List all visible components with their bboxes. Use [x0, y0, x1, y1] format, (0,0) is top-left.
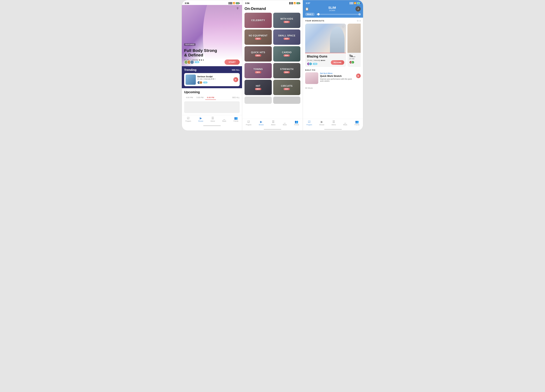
status-bar-1: 3:56 ▐▐▐ 📶 — [182, 0, 242, 5]
time-1: 3:56 — [185, 2, 189, 4]
trending-duration: 21 min — [197, 78, 203, 80]
resume-button[interactable]: RESUME — [331, 60, 344, 65]
trending-separator: | — [203, 78, 204, 80]
nav-advice-2[interactable]: ☰ Advice — [271, 120, 275, 125]
p-av2: E — [351, 61, 354, 64]
user-avatar[interactable]: J — [355, 6, 361, 12]
start-button[interactable]: START — [224, 60, 240, 65]
browse-icon-2: ▶ — [260, 120, 262, 124]
friends-icon-3: 👥 — [355, 120, 359, 124]
category-withkids[interactable]: WITH KIDS NEW — [273, 13, 300, 28]
category-quickhits[interactable]: QUICK HITS NEW — [245, 46, 272, 62]
trending-title: Trending — [184, 68, 196, 72]
nav-meals-2[interactable]: ⎯ Meals — [283, 120, 287, 125]
nav-friends-2[interactable]: 👥 Friends — [294, 120, 299, 125]
nav-browse-2[interactable]: ▶ Browse — [259, 120, 264, 125]
status-icons-1: ▐▐▐ 📶 — [228, 2, 239, 4]
blazing-guns-photo: ♡ — [305, 24, 346, 53]
nav-friends-1[interactable]: 👥 Friends — [233, 116, 238, 122]
category-circuits[interactable]: CIRCUITS NEW — [273, 80, 300, 95]
blazing-guns-duration: 13 min | Intensity — [307, 59, 325, 61]
on-demand-title: On-Demand — [245, 5, 300, 13]
nav-meals-1[interactable]: ⎯ Meals — [222, 117, 226, 122]
nav-advice-1[interactable]: ☰ Advice — [211, 116, 215, 122]
nav-meals-3[interactable]: ⎯ Meals — [343, 120, 347, 125]
trending-see-all[interactable]: SEE ALL — [232, 69, 240, 71]
status-bar-2: 3:56 ▐▐▐ 📶 — [242, 0, 303, 5]
category-extra-1 — [245, 97, 272, 104]
bottom-nav-3: ☑ Program ▶ Browse ☰ Advice ⎯ Meals 👥 Fr… — [303, 119, 363, 129]
workout-card-partial[interactable]: Ta... 14 min D E — [347, 24, 361, 67]
battery-icon-3 — [357, 2, 360, 4]
program-icon-3: ☑ — [308, 120, 310, 124]
nav-meals-label-2: Meals — [283, 124, 287, 125]
circuits-overlay: CIRCUITS NEW — [273, 80, 300, 95]
nav-browse-3[interactable]: ▶ Browse — [319, 120, 324, 125]
logo-text: SLIM — [328, 6, 336, 9]
nav-friends-label-2: Friends — [294, 124, 299, 125]
daily-fix-card[interactable]: Get Up & Move Quick Work Stretch Improve… — [305, 72, 361, 84]
trending-header: Trending SEE ALL — [184, 68, 240, 72]
progress-thumb — [317, 13, 320, 15]
nav-friends-label-1: Friends — [233, 120, 238, 122]
bg-d2 — [322, 60, 323, 61]
phone-program: 3:57 ▐▐▐ 📶 📋 SLIM DOWN J Week 1 — [303, 0, 363, 131]
program-header-top: 📋 SLIM DOWN J — [305, 6, 361, 12]
t-avatar-2 — [199, 81, 203, 84]
program-icon-2: ☑ — [247, 120, 250, 124]
t-dot-1 — [211, 78, 212, 80]
nav-advice-3[interactable]: ☰ Advice — [332, 120, 336, 125]
upcoming-see-all[interactable]: SEE ALL — [232, 95, 240, 100]
trending-card[interactable]: Serious Sculpt 21 min | Intensity B +19k — [184, 73, 240, 86]
trainer-figure — [330, 26, 345, 53]
hiit-label: HIIT — [256, 85, 260, 87]
time-tab-2[interactable]: 5:00 PM — [195, 95, 205, 100]
workout-card-blazing-guns[interactable]: ♡ Blazing Guns 13 min | Intens — [305, 24, 346, 67]
battery-icon-2 — [297, 2, 300, 4]
strength-label: STRENGTH — [280, 68, 293, 71]
nav-meals-label-3: Meals — [343, 124, 347, 125]
nav-program-1[interactable]: ☑ Program — [186, 116, 191, 122]
signal-icon-2: ▐▐▐ — [289, 2, 293, 4]
nav-friends-3[interactable]: 👥 Friends — [354, 120, 359, 125]
category-noequip[interactable]: NO EQUIPMENT NEW — [245, 30, 272, 45]
trending-play-button[interactable]: ▶ — [233, 77, 238, 82]
intensity-label: Intensity — [314, 59, 320, 61]
program-icon: ☑ — [187, 116, 190, 120]
category-strength[interactable]: STRENGTH NEW — [273, 63, 300, 78]
category-celebrity[interactable]: CELEBRITY — [245, 13, 272, 28]
upcoming-title: Upcoming — [184, 90, 240, 94]
withkids-label: WITH KIDS — [280, 18, 293, 20]
time-tab-1[interactable]: 4:00 PM — [184, 95, 195, 100]
toning-label: TONING — [254, 68, 263, 71]
slim-down-logo: SLIM DOWN — [328, 6, 336, 12]
nav-program-3[interactable]: ☑ Program — [306, 120, 312, 125]
nav-program-2[interactable]: ☑ Program — [246, 120, 251, 125]
category-hiit[interactable]: HIIT NEW — [245, 80, 272, 95]
trending-avatars: B +19k — [197, 81, 232, 84]
category-smallspace[interactable]: SMALL SPACE NEW — [273, 30, 300, 45]
advice-icon-1: ☰ — [211, 116, 214, 120]
daily-fix-image — [305, 72, 318, 84]
blazing-guns-info: Blazing Guns 13 min | Intensity — [305, 53, 346, 67]
daily-fix-thumbnail — [305, 72, 318, 84]
cardio-new: NEW — [284, 54, 290, 56]
category-cardio[interactable]: CARDIO NEW — [273, 46, 300, 62]
search-icon[interactable]: ⚲ — [235, 6, 240, 11]
category-toning[interactable]: TONING NEW — [245, 63, 272, 78]
your-workouts-header: YOUR WORKOUTS 0 / 2 — [305, 20, 361, 22]
hero-title: Full Body Strong & Defined — [184, 48, 240, 57]
strength-overlay: STRENGTH NEW — [273, 63, 300, 78]
meals-icon-1: ⎯ — [223, 117, 225, 120]
daily-fix-description: Improve your performance with this quick… — [320, 78, 354, 82]
partial-photo — [347, 24, 361, 53]
daily-fix-play-button[interactable]: ▶ — [356, 74, 361, 78]
nav-browse-1[interactable]: ▶ Browse — [198, 116, 203, 122]
toning-overlay: TONING NEW — [245, 63, 272, 78]
avatar-stack: +70k — [184, 60, 199, 64]
nav-advice-label-3: Advice — [332, 124, 336, 125]
category-extra-2 — [273, 97, 300, 104]
bg-av2: R — [309, 62, 312, 65]
heart-icon[interactable]: ♡ — [342, 25, 345, 29]
time-tab-3[interactable]: 6:00 PM — [205, 95, 216, 100]
